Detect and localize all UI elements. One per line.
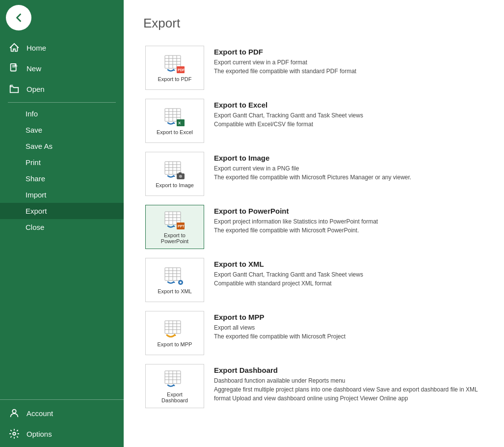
export-excel-text: Export Gantt Chart, Tracking Gantt and T… bbox=[214, 111, 482, 129]
svg-point-33 bbox=[179, 175, 182, 178]
options-icon bbox=[9, 428, 20, 439]
export-dashboard-desc: Export Dashboard Dashboard function avai… bbox=[214, 364, 482, 403]
sidebar-item-home[interactable]: Home bbox=[0, 37, 124, 58]
export-pdf-button[interactable]: PDF Export to PDF bbox=[145, 46, 204, 90]
export-mpp-title: Export to MPP bbox=[214, 313, 482, 321]
sidebar-item-new-label: New bbox=[27, 64, 41, 73]
export-image-text: Export current view in a PNG file The ex… bbox=[214, 164, 482, 182]
export-pdf-title: Export to PDF bbox=[214, 48, 482, 56]
sidebar: Home New Open Info Save Save As bbox=[0, 0, 124, 447]
export-item-powerpoint: PPT Export to PowerPoint Export to Power… bbox=[143, 202, 484, 252]
sidebar-item-options[interactable]: Options bbox=[0, 423, 124, 444]
sidebar-bottom: Account Options bbox=[0, 399, 124, 447]
export-mpp-icon bbox=[164, 320, 186, 339]
sidebar-item-account[interactable]: Account bbox=[0, 403, 124, 423]
export-image-button[interactable]: Export to Image bbox=[145, 152, 204, 196]
new-icon bbox=[9, 63, 20, 74]
export-excel-button[interactable]: X Export to Excel bbox=[145, 99, 204, 143]
export-item-dashboard: Export Dashboard Export Dashboard Dashbo… bbox=[143, 361, 484, 411]
export-powerpoint-text: Export project information like Statisti… bbox=[214, 217, 482, 235]
sidebar-item-save[interactable]: Save bbox=[0, 122, 124, 138]
export-dashboard-label: Export Dashboard bbox=[161, 391, 188, 403]
export-image-icon bbox=[164, 161, 186, 180]
export-mpp-label: Export to MPP bbox=[158, 341, 192, 347]
export-dashboard-title: Export Dashboard bbox=[214, 366, 482, 374]
export-powerpoint-desc: Export to PowerPoint Export project info… bbox=[214, 205, 482, 235]
export-item-excel: X Export to Excel Export to Excel Export… bbox=[143, 96, 484, 146]
sidebar-item-open[interactable]: Open bbox=[0, 79, 124, 99]
home-icon bbox=[9, 42, 20, 53]
export-powerpoint-button[interactable]: PPT Export to PowerPoint bbox=[145, 205, 204, 249]
export-xml-text: Export Gantt Chart, Tracking Gantt and T… bbox=[214, 270, 482, 288]
export-pdf-desc: Export to PDF Export current view in a P… bbox=[214, 46, 482, 76]
export-mpp-button[interactable]: Export to MPP bbox=[145, 311, 204, 355]
export-excel-desc: Export to Excel Export Gantt Chart, Trac… bbox=[214, 99, 482, 129]
export-excel-label: Export to Excel bbox=[157, 129, 193, 135]
sidebar-item-open-label: Open bbox=[27, 85, 45, 93]
export-item-image: Export to Image Export to Image Export c… bbox=[143, 149, 484, 199]
sidebar-item-info[interactable]: Info bbox=[0, 106, 124, 122]
sidebar-item-close[interactable]: Close bbox=[0, 219, 124, 235]
export-image-label: Export to Image bbox=[156, 182, 194, 188]
export-item-pdf: PDF Export to PDF Export to PDF Export c… bbox=[143, 43, 484, 93]
export-dashboard-icon bbox=[164, 370, 186, 390]
svg-text:PDF: PDF bbox=[178, 68, 185, 72]
export-pdf-text: Export current view in a PDF format The … bbox=[214, 58, 482, 76]
sidebar-item-home-label: Home bbox=[27, 44, 46, 52]
export-mpp-desc: Export to MPP Export all views The expor… bbox=[214, 311, 482, 341]
export-xml-label: Export to XML bbox=[158, 288, 192, 294]
svg-point-54 bbox=[180, 281, 182, 283]
export-image-desc: Export to Image Export current view in a… bbox=[214, 152, 482, 182]
svg-point-2 bbox=[12, 410, 16, 413]
sidebar-item-save-as[interactable]: Save As bbox=[0, 138, 124, 154]
export-mpp-text: Export all views The exported file compa… bbox=[214, 323, 482, 341]
export-powerpoint-icon: PPT bbox=[164, 211, 186, 230]
export-xml-desc: Export to XML Export Gantt Chart, Tracki… bbox=[214, 258, 482, 288]
export-list: PDF Export to PDF Export to PDF Export c… bbox=[143, 43, 484, 411]
svg-rect-34 bbox=[179, 172, 182, 174]
main-content: Export PDF bbox=[124, 0, 504, 447]
export-item-xml: Export to XML Export to XML Export Gantt… bbox=[143, 255, 484, 305]
svg-marker-62 bbox=[173, 334, 176, 336]
export-powerpoint-title: Export to PowerPoint bbox=[214, 207, 482, 215]
back-button[interactable] bbox=[6, 5, 31, 30]
open-icon bbox=[9, 84, 20, 94]
account-icon bbox=[9, 408, 20, 419]
export-excel-icon: X bbox=[164, 108, 186, 127]
svg-point-3 bbox=[13, 432, 16, 435]
export-xml-button[interactable]: Export to XML bbox=[145, 258, 204, 302]
sidebar-item-print[interactable]: Print bbox=[0, 154, 124, 170]
export-pdf-icon: PDF bbox=[164, 55, 186, 74]
export-xml-icon bbox=[164, 267, 186, 286]
export-powerpoint-label: Export to PowerPoint bbox=[161, 232, 188, 244]
svg-text:X: X bbox=[178, 121, 181, 125]
sidebar-item-import[interactable]: Import bbox=[0, 187, 124, 203]
svg-point-0 bbox=[12, 11, 26, 25]
export-dashboard-button[interactable]: Export Dashboard bbox=[145, 364, 204, 408]
sidebar-nav-top: Home New Open Info Save Save As bbox=[0, 37, 124, 235]
svg-text:PPT: PPT bbox=[178, 224, 185, 228]
export-item-mpp: Export to MPP Export to MPP Export all v… bbox=[143, 308, 484, 358]
export-excel-title: Export to Excel bbox=[214, 101, 482, 109]
sidebar-item-share[interactable]: Share bbox=[0, 170, 124, 187]
export-xml-title: Export to XML bbox=[214, 260, 482, 268]
export-pdf-label: Export to PDF bbox=[158, 76, 191, 82]
sidebar-item-export[interactable]: Export bbox=[0, 203, 124, 219]
sidebar-item-new[interactable]: New bbox=[0, 58, 124, 79]
export-dashboard-text: Dashboard function available under Repor… bbox=[214, 376, 482, 403]
sidebar-divider-1 bbox=[8, 102, 116, 103]
export-image-title: Export to Image bbox=[214, 154, 482, 162]
page-title: Export bbox=[143, 16, 484, 31]
